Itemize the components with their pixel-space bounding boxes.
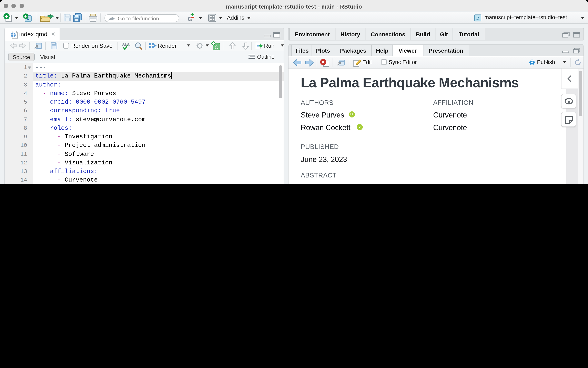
svg-text:ABC: ABC [122,42,130,46]
svg-text:G: G [188,15,193,23]
svg-text:C: C [215,45,218,50]
svg-text:R: R [476,16,479,21]
